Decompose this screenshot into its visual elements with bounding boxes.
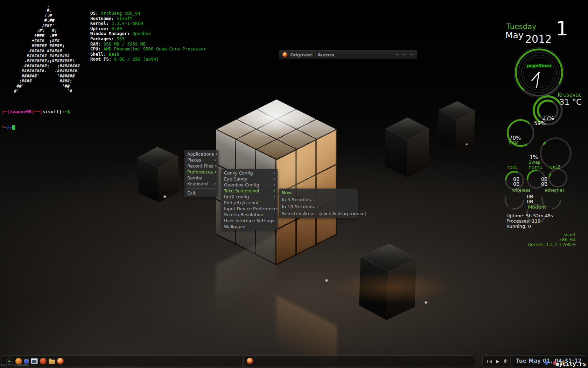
menu-item-openbox-config[interactable]: Openbox Config▸ xyxy=(221,182,278,188)
window-title: Odgovori - Aurora xyxy=(290,52,334,57)
menu-item-applications[interactable]: Applications▸ xyxy=(184,151,218,157)
cpu-core2-percent: 59% xyxy=(534,120,546,127)
fs-left-total: 0B xyxy=(513,181,520,187)
browser-icon[interactable] xyxy=(40,358,47,364)
menu-item-screen-resolution[interactable]: Screen Resolution xyxy=(221,212,278,218)
menu-item-screenshot-now[interactable]: Now xyxy=(279,189,358,196)
aurora-launcher-icon[interactable] xyxy=(57,358,64,364)
menu-item-wallpaper[interactable]: Wallpaper xyxy=(221,224,278,230)
taskbar-window-list xyxy=(244,355,475,367)
window-shade-button[interactable] xyxy=(396,54,399,55)
fs-right-total: 0B xyxy=(541,181,548,187)
taskbar-indicator-section: ▶ xyxy=(482,355,512,367)
menu-item-screenshot-area[interactable]: Selected Area... (click & drag mouse) xyxy=(279,210,358,217)
light-glint xyxy=(424,301,428,304)
clock-brand-text: pegellinux xyxy=(514,63,564,68)
window-iconify-button[interactable] xyxy=(403,54,406,55)
date-year: 2012 xyxy=(525,33,552,45)
take-screenshot-submenu: Now In 5 Seconds... In 10 Seconds... Sel… xyxy=(279,189,358,218)
light-glint xyxy=(465,143,468,145)
menu-item-take-screenshot[interactable]: Take Screenshot▸ xyxy=(221,188,278,194)
menu-separator xyxy=(187,188,216,189)
submenu-arrow-icon: ▸ xyxy=(274,170,275,176)
submenu-arrow-icon: ▸ xyxy=(215,157,216,163)
aurora-window-icon xyxy=(282,52,287,57)
tray-icon-blue[interactable] xyxy=(545,361,548,365)
processes-text: Processes: 119 xyxy=(506,218,540,224)
menu-item-exit[interactable]: Exit xyxy=(184,190,218,196)
watermark-bottom-left: Albommonsrboder xyxy=(1,364,29,367)
menu-item-eye-candy[interactable]: Eye Candy▸ xyxy=(221,176,278,182)
taskbar: ▶ ▶ Tue May 01, 04:31:12 PM xyxy=(0,355,588,368)
host-kernel: Kernel: 3.3.4-1-ARCH xyxy=(469,242,576,247)
taskbar-launcher-section: ▶ xyxy=(3,355,243,367)
running-text: Running: 0 xyxy=(506,224,531,229)
menu-item-conky-config[interactable]: Conky Config▸ xyxy=(221,170,278,176)
terminal-prompt[interactable]: ┌─[ivance95]──[sisoft]:~$ └─>> xyxy=(1,98,70,135)
chat-icon[interactable] xyxy=(24,359,29,364)
terminal-cursor xyxy=(12,125,15,130)
submenu-arrow-icon: ▸ xyxy=(216,163,217,169)
arch-ascii-logo: . #. /;# #;## /###' ;#\ #; +### .## +###… xyxy=(1,3,80,94)
host-arch: x86_64 xyxy=(469,237,576,242)
watermark-mycity: mycity.rs xyxy=(556,361,586,367)
folder-icon[interactable] xyxy=(49,360,55,364)
menu-item-screenshot-5s[interactable]: In 5 Seconds... xyxy=(279,196,358,203)
system-info: OS: ArchBang x86_64 Hostname: sisoft Ker… xyxy=(90,11,206,62)
window-titlebar[interactable]: Odgovori - Aurora xyxy=(279,50,417,59)
ram-label: RAM xyxy=(509,140,519,145)
fs-ext2-ring xyxy=(547,168,568,189)
glass-cube xyxy=(384,116,428,177)
conky-widgets: Tuesday May 2012 1 pegellinux Krusevac 3… xyxy=(469,14,588,252)
floor-glow xyxy=(332,272,451,303)
menu-item-input-device-preferences[interactable]: Input Device Preferences xyxy=(221,206,278,212)
prompt-line-2: └─>> xyxy=(1,125,70,130)
menu-item-samba[interactable]: Samba xyxy=(184,175,218,181)
glass-cube xyxy=(136,145,178,203)
submenu-arrow-icon: ▸ xyxy=(216,151,218,157)
openbox-root-menu: Applications▸ Places▸ Recent Files▸ Pref… xyxy=(184,150,218,197)
menu-item-user-interface-settings[interactable]: User Interface Settings xyxy=(221,218,278,224)
submenu-arrow-icon: ▸ xyxy=(274,194,275,200)
fs-root-label: root xyxy=(507,164,517,170)
menu-item-recent-files[interactable]: Recent Files▸ xyxy=(184,163,218,169)
uptime-text: Uptime: 5h 52m 48s xyxy=(506,213,553,218)
play-indicator-icon[interactable]: ▶ xyxy=(496,359,499,364)
menu-item-edit-rc-conf[interactable]: Edit /etc/rc.conf xyxy=(221,200,278,206)
power-indicator-icon[interactable] xyxy=(504,359,508,363)
aurora-task-button[interactable] xyxy=(247,358,253,364)
menu-item-tint2-config[interactable]: tint2 config▸ xyxy=(221,194,278,200)
light-glint xyxy=(325,279,328,282)
menu-item-preferences[interactable]: Preferences▸ xyxy=(184,169,218,175)
submenu-arrow-icon: ▸ xyxy=(215,169,217,175)
prompt-line-1: ┌─[ivance95]──[sisoft]:~$ xyxy=(1,109,70,114)
volume-icon[interactable] xyxy=(487,358,492,364)
submenu-arrow-icon: ▸ xyxy=(274,182,275,188)
menu-item-keyboard[interactable]: Keyboard▸ xyxy=(184,181,218,187)
date-month: May xyxy=(505,30,524,40)
submenu-arrow-icon: ▸ xyxy=(215,181,216,187)
menu-item-places[interactable]: Places▸ xyxy=(184,157,218,163)
menu-item-screenshot-10s[interactable]: In 10 Seconds... xyxy=(279,203,358,210)
date-day: 1 xyxy=(556,17,568,40)
file-manager-icon[interactable] xyxy=(31,358,38,364)
submenu-arrow-icon: ▸ xyxy=(274,176,275,182)
host-name: sisoft xyxy=(469,232,576,237)
light-glint xyxy=(163,195,167,198)
window-close-button[interactable] xyxy=(410,54,413,55)
wireless-ring xyxy=(503,189,526,211)
preferences-submenu: Conky Config▸ Eye Candy▸ Openbox Config▸… xyxy=(221,169,278,230)
date-weekday: Tuesday xyxy=(506,22,536,31)
submenu-arrow-icon: ▸ xyxy=(274,188,275,194)
